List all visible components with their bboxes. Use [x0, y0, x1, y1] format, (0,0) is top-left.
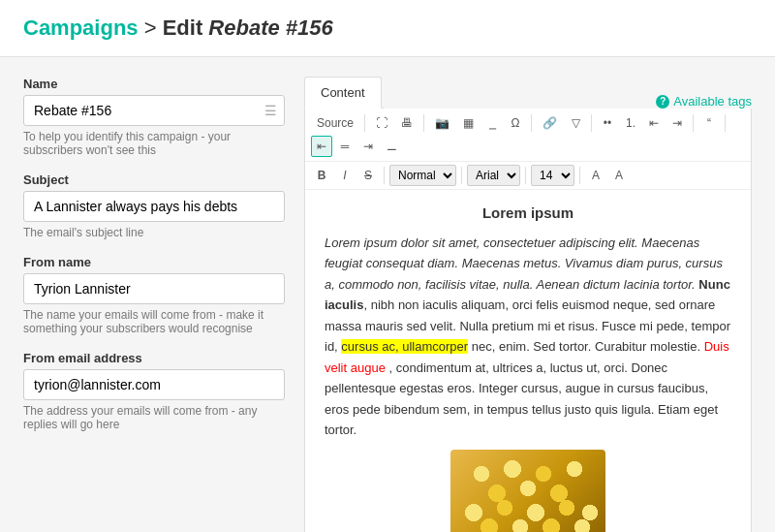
align-right-btn[interactable]: ⇥: [357, 136, 379, 157]
toolbar-row2: B I S Normal Arial 14 A: [305, 162, 751, 190]
from-name-field-group: From name The name your emails will come…: [23, 255, 285, 335]
available-tags-btn[interactable]: ? Available tags: [656, 94, 752, 109]
calendar-icon: ☰: [264, 103, 277, 118]
link-btn[interactable]: 🔗: [537, 112, 563, 134]
toolbar-sep5: [693, 114, 694, 132]
from-email-hint: The address your emails will come from -…: [23, 404, 285, 431]
name-input[interactable]: [23, 95, 285, 126]
tab-content[interactable]: Content: [304, 77, 382, 109]
subject-hint: The email's subject line: [23, 226, 285, 239]
special-char-btn[interactable]: Ω: [505, 112, 526, 134]
toolbar-sep1: [364, 114, 365, 132]
ol-btn[interactable]: 1.: [620, 112, 641, 134]
edit-label: Edit: [163, 16, 209, 40]
align-center-btn[interactable]: ═: [334, 136, 356, 157]
editor-title: Lorem ipsum: [325, 202, 731, 225]
editor-body: Lorem ipsum dolor sit amet, consectetuer…: [325, 233, 731, 440]
image-btn[interactable]: 📷: [429, 112, 455, 134]
subject-input[interactable]: [23, 191, 285, 222]
name-input-wrapper: ☰: [23, 95, 285, 126]
from-email-input[interactable]: [23, 369, 285, 400]
blockquote-btn[interactable]: “: [698, 112, 720, 134]
outdent-btn[interactable]: ⇤: [643, 112, 665, 134]
available-tags-label: Available tags: [673, 94, 752, 109]
info-icon: ?: [656, 95, 669, 109]
editor-wrapper: Source ⛶ 🖶 📷 ▦ ⎯ Ω 🔗 ▽ •• 1. ⇤ ⇥: [304, 109, 752, 532]
toolbar-sep3: [531, 114, 532, 132]
style-select[interactable]: Normal: [389, 165, 456, 186]
ul-btn[interactable]: ••: [597, 112, 618, 134]
fullscreen-btn[interactable]: ⛶: [370, 112, 393, 134]
toolbar-sep4: [591, 114, 592, 132]
size-select[interactable]: 14: [531, 165, 574, 186]
editor-body-after: nec, enim. Sed tortor. Curabitur molesti…: [472, 339, 700, 354]
unlink-btn[interactable]: ▽: [565, 112, 586, 134]
font-select[interactable]: Arial: [467, 165, 520, 186]
page-title: Campaigns > Edit Rebate #156: [23, 16, 752, 41]
align-left-btn[interactable]: ⇤: [311, 136, 332, 157]
name-field-group: Name ☰ To help you identify this campaig…: [23, 77, 285, 157]
gold-coins-image: [450, 450, 605, 532]
indent-btn[interactable]: ⇥: [666, 112, 688, 134]
from-name-hint: The name your emails will come from - ma…: [23, 308, 285, 335]
hr-btn[interactable]: ⎯: [481, 112, 503, 134]
toolbar-row1: Source ⛶ 🖶 📷 ▦ ⎯ Ω 🔗 ▽ •• 1. ⇤ ⇥: [305, 109, 751, 162]
gold-coins-graphic: [450, 450, 605, 532]
campaigns-link[interactable]: Campaigns: [23, 16, 139, 40]
toolbar-sep10: [579, 167, 580, 184]
toolbar-sep6: [725, 114, 726, 132]
subject-field-group: Subject The email's subject line: [23, 172, 285, 239]
toolbar-sep7: [384, 167, 385, 184]
from-email-label: From email address: [23, 351, 285, 365]
toolbar-sep8: [461, 167, 462, 184]
print-btn[interactable]: 🖶: [395, 112, 418, 134]
italic-btn[interactable]: I: [334, 165, 356, 186]
subject-label: Subject: [23, 172, 285, 187]
toolbar-sep2: [423, 114, 424, 132]
source-btn[interactable]: Source: [311, 112, 359, 134]
from-email-field-group: From email address The address your emai…: [23, 351, 285, 431]
left-panel: Name ☰ To help you identify this campaig…: [23, 77, 285, 532]
main-content: Name ☰ To help you identify this campaig…: [0, 57, 775, 532]
tabs-bar: Content: [304, 77, 384, 109]
editor-body-highlight: cursus ac, ullamcorper: [341, 339, 468, 354]
editor-body-italic: Lorem ipsum dolor sit amet, consectetuer…: [325, 235, 723, 292]
top-header: Campaigns > Edit Rebate #156: [0, 0, 775, 57]
toolbar-sep9: [525, 167, 526, 184]
rebate-label: Rebate #156: [208, 16, 332, 40]
bold-btn[interactable]: B: [311, 165, 332, 186]
table-btn[interactable]: ▦: [457, 112, 480, 134]
editor-content[interactable]: Lorem ipsum Lorem ipsum dolor sit amet, …: [305, 190, 751, 532]
from-name-label: From name: [23, 255, 285, 269]
align-justify-btn[interactable]: ⚊: [381, 136, 403, 157]
right-panel: Content ? Available tags Source ⛶ 🖶 📷 ▦: [304, 77, 752, 532]
name-label: Name: [23, 77, 285, 91]
strikethrough-btn[interactable]: S: [357, 165, 379, 186]
font-color-btn[interactable]: A: [585, 165, 606, 186]
name-hint: To help you identify this campaign - you…: [23, 130, 285, 157]
bg-color-btn[interactable]: A: [608, 165, 630, 186]
page-wrapper: Campaigns > Edit Rebate #156 Name ☰ To h…: [0, 0, 775, 532]
from-name-input[interactable]: [23, 273, 285, 304]
